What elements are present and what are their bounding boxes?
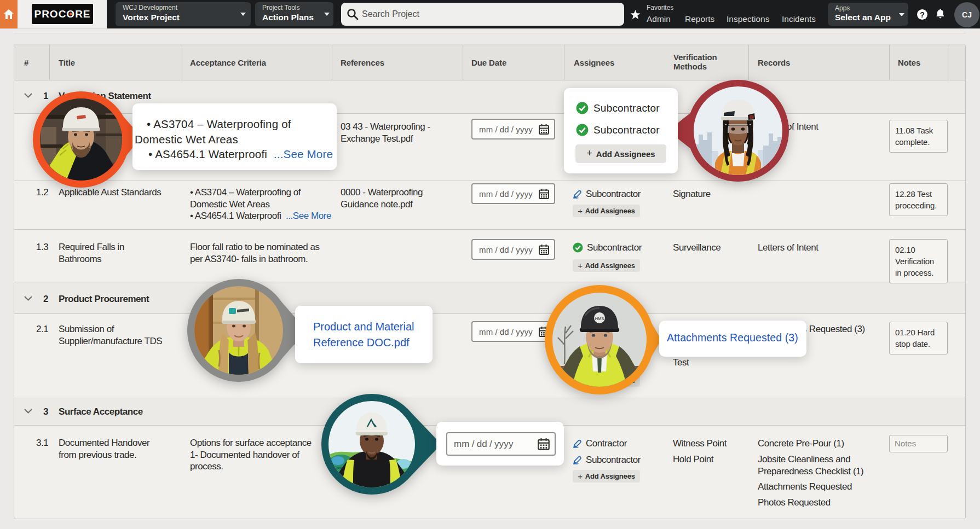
svg-text:HMS: HMS	[595, 316, 604, 321]
